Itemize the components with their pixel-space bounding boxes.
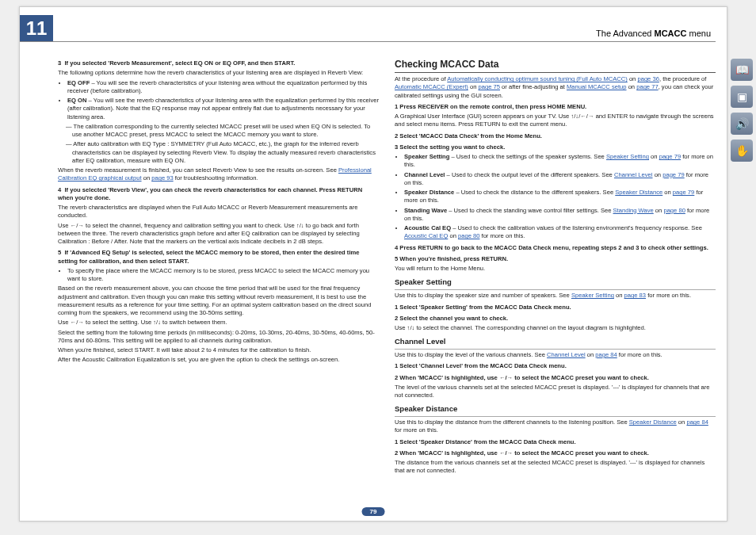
cstep-5: 5 When you're finished, press RETURN. xyxy=(395,255,716,263)
label: Speaker Setting xyxy=(404,153,449,160)
cstep-4: 4 Press RETURN to go back to the MCACC D… xyxy=(395,244,716,252)
cstep-3: 3 Select the setting you want to check. xyxy=(395,143,716,151)
link-standing-wave[interactable]: Standing Wave xyxy=(613,207,654,214)
text: When the reverb measurement is finished,… xyxy=(58,166,338,174)
link-manual-mcacc[interactable]: Manual MCACC setup xyxy=(567,83,627,90)
ss-step2-p: Use ↑/↓ to select the channel. The corre… xyxy=(395,324,716,332)
step-4: 4 If you selected 'Reverb View', you can… xyxy=(58,186,379,203)
label: Standing Wave xyxy=(404,207,447,214)
link-page-84[interactable]: page 84 xyxy=(595,351,617,358)
step-title: If you selected 'Reverb View', you can c… xyxy=(58,186,362,201)
step-num: 3 xyxy=(395,143,398,151)
link-full-auto-mcacc[interactable]: Automatically conducting optimum sound t… xyxy=(447,75,628,82)
label: Channel Level xyxy=(404,171,445,178)
step-num: 3 xyxy=(58,59,61,67)
link-page-84b[interactable]: page 84 xyxy=(686,418,708,426)
step5-bullet: To specify the place where the MCACC mem… xyxy=(67,267,379,284)
link-speaker-distance[interactable]: Speaker Distance xyxy=(615,189,662,196)
label: EQ ON xyxy=(67,97,86,104)
speaker-distance-intro: Use this to display the distance from th… xyxy=(395,418,716,435)
link-channel-level[interactable]: Channel Level xyxy=(614,171,653,178)
text: Use this to display the level of the var… xyxy=(395,351,547,358)
check-intro: At the procedure of Automatically conduc… xyxy=(395,75,716,100)
link-page[interactable]: page 80 xyxy=(663,207,685,214)
link-page[interactable]: page 80 xyxy=(458,232,479,239)
step-title: Select 'Channel Level' from the MCACC Da… xyxy=(399,362,566,369)
page-number-badge: 79 xyxy=(362,507,385,516)
label: EQ OFF xyxy=(67,79,90,86)
header-suffix: menu xyxy=(686,29,711,38)
step5-p1: Based on the reverb measurement above, y… xyxy=(58,285,379,317)
text: for troubleshooting information. xyxy=(175,174,258,182)
link-page-36[interactable]: page 36 xyxy=(637,75,659,82)
step3-intro: The following options determine how the … xyxy=(58,69,379,77)
link-page-93[interactable]: page 93 xyxy=(151,174,173,182)
side-icon-strip: 📖 ▣ 🔊 ✋ xyxy=(731,59,753,162)
sd-step2: 2 When 'MCACC' is highlighted, use ←/→ t… xyxy=(395,449,716,457)
text: for more on this. xyxy=(479,232,525,239)
step4-p2: Use ←/→ to select the channel, frequency… xyxy=(58,222,379,246)
text: – You will see the reverb characteristic… xyxy=(67,97,379,120)
text: – Used to check the distance to the diff… xyxy=(454,189,615,196)
link-page[interactable]: page 79 xyxy=(673,189,694,196)
ss-step2: 2 Select the channel you want to check. xyxy=(395,315,716,323)
step3-options: EQ OFF – You will see the reverb charact… xyxy=(67,79,379,121)
link-speaker-distance-2[interactable]: Speaker Distance xyxy=(629,418,677,426)
opt-eq-on: EQ ON – You will see the reverb characte… xyxy=(67,97,379,121)
step-title: If you selected 'Reverb Measurement', se… xyxy=(64,59,295,67)
link-acoustic-cal-eq[interactable]: Acoustic Cal EQ xyxy=(404,232,448,239)
header-bold: MCACC xyxy=(654,29,686,38)
left-column: 3 If you selected 'Reverb Measurement', … xyxy=(58,56,379,497)
step5-p3: Select the setting from the following ti… xyxy=(58,329,379,346)
link-page-83[interactable]: page 83 xyxy=(624,292,646,299)
label: Acoustic Cal EQ xyxy=(404,224,451,231)
step-num: 1 xyxy=(395,304,398,311)
step-num: 2 xyxy=(395,315,398,322)
link-page-75[interactable]: page 75 xyxy=(479,83,500,90)
text: – Used to check the calibration values o… xyxy=(451,224,702,231)
text: – Used to check the output level of the … xyxy=(445,171,613,178)
step-num: 4 xyxy=(58,186,61,193)
link-page-77[interactable]: page 77 xyxy=(636,83,658,90)
link-speaker-setting[interactable]: Speaker Setting xyxy=(606,153,649,160)
text: – Used to check the standing wave contro… xyxy=(447,207,613,214)
ss-step1: 1 Select 'Speaker Setting' from the MCAC… xyxy=(395,304,716,311)
text: At the procedure of xyxy=(395,75,447,82)
link-auto-mcacc-expert[interactable]: Automatic MCACC (Expert) xyxy=(395,83,468,90)
support-icon[interactable]: ✋ xyxy=(731,139,753,162)
book-icon[interactable]: 📖 xyxy=(731,59,753,81)
item-channel-level: Channel Level – Used to check the output… xyxy=(404,171,716,188)
text: – You will see the reverb characteristic… xyxy=(67,79,367,94)
right-column: Checking MCACC Data At the procedure of … xyxy=(395,56,716,497)
step3-dash2: — After auto calibration with EQ Type : … xyxy=(66,140,379,165)
step-3: 3 If you selected 'Reverb Measurement', … xyxy=(58,59,379,67)
manual-page: 11 The Advanced MCACC menu 3 If you sele… xyxy=(19,6,727,522)
cstep5-p: You will return to the Home Menu. xyxy=(395,265,716,273)
content-columns: 3 If you selected 'Reverb Measurement', … xyxy=(58,56,716,497)
device-icon[interactable]: ▣ xyxy=(731,86,753,108)
speaker-icon[interactable]: 🔊 xyxy=(731,113,753,135)
step-title: When you're finished, press RETURN. xyxy=(399,255,508,262)
link-channel-level-2[interactable]: Channel Level xyxy=(547,351,586,358)
item-standing-wave: Standing Wave – Used to check the standi… xyxy=(404,207,716,224)
link-page[interactable]: page 79 xyxy=(659,153,681,160)
step-title: Press RECEIVER on the remote control, th… xyxy=(399,103,586,110)
step-num: 2 xyxy=(395,449,398,457)
step-title: Select the channel you want to check. xyxy=(399,315,508,322)
heading-channel-level: Channel Level xyxy=(395,337,716,350)
step4-p1: The reverb characteristics are displayed… xyxy=(58,204,379,220)
step-num: 2 xyxy=(395,132,398,139)
step-title: Select the setting you want to check. xyxy=(399,143,505,151)
step5-p2: Use ←/→ to select the setting. Use ↑/↓ t… xyxy=(58,319,379,327)
step3-dash1: — The calibration corresponding to the c… xyxy=(66,123,379,139)
heading-checking-mcacc-data: Checking MCACC Data xyxy=(395,58,716,73)
link-page[interactable]: page 79 xyxy=(662,171,684,178)
channel-level-intro: Use this to display the level of the var… xyxy=(395,351,716,359)
item-speaker-setting: Speaker Setting – Used to check the sett… xyxy=(404,153,716,170)
text: or after fine-adjusting at xyxy=(500,83,567,90)
link-speaker-setting-2[interactable]: Speaker Setting xyxy=(571,292,614,299)
cstep-1: 1 Press RECEIVER on the remote control, … xyxy=(395,103,716,111)
step-title: If 'Advanced EQ Setup' is selected, sele… xyxy=(58,249,359,264)
step-num: 5 xyxy=(58,249,61,256)
cstep-2: 2 Select 'MCACC Data Check' from the Hom… xyxy=(395,132,716,140)
